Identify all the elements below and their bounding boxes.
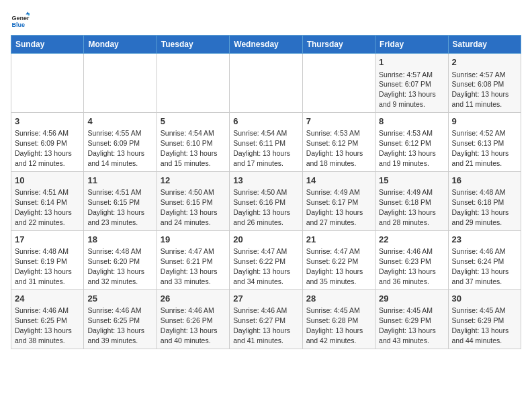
days-header-row: SundayMondayTuesdayWednesdayThursdayFrid… [11, 36, 521, 54]
day-info: Sunrise: 4:45 AMSunset: 6:29 PMDaylight:… [379, 306, 436, 345]
svg-text:Blue: Blue [11, 21, 25, 28]
day-number: 10 [15, 175, 80, 187]
calendar-cell: 26Sunrise: 4:46 AMSunset: 6:26 PMDayligh… [157, 289, 229, 349]
day-info: Sunrise: 4:53 AMSunset: 6:12 PMDaylight:… [379, 129, 436, 167]
header: General Blue [11, 11, 521, 30]
calendar-cell: 28Sunrise: 4:45 AMSunset: 6:28 PMDayligh… [302, 289, 375, 349]
day-header-tuesday: Tuesday [157, 36, 229, 54]
day-info: Sunrise: 4:46 AMSunset: 6:23 PMDaylight:… [379, 247, 436, 285]
day-info: Sunrise: 4:47 AMSunset: 6:22 PMDaylight:… [233, 247, 290, 285]
day-info: Sunrise: 4:49 AMSunset: 6:18 PMDaylight:… [379, 188, 436, 226]
day-number: 18 [87, 234, 152, 246]
day-number: 19 [161, 234, 226, 246]
week-row-5: 24Sunrise: 4:46 AMSunset: 6:25 PMDayligh… [11, 289, 521, 349]
day-header-sunday: Sunday [11, 36, 84, 54]
calendar-cell: 8Sunrise: 4:53 AMSunset: 6:12 PMDaylight… [375, 112, 448, 171]
day-info: Sunrise: 4:52 AMSunset: 6:13 PMDaylight:… [452, 129, 509, 167]
day-number: 11 [87, 175, 152, 187]
calendar-cell: 20Sunrise: 4:47 AMSunset: 6:22 PMDayligh… [230, 230, 302, 289]
day-info: Sunrise: 4:54 AMSunset: 6:11 PMDaylight:… [233, 129, 290, 167]
calendar-cell: 27Sunrise: 4:46 AMSunset: 6:27 PMDayligh… [230, 289, 302, 349]
day-info: Sunrise: 4:48 AMSunset: 6:19 PMDaylight:… [15, 247, 72, 285]
day-header-thursday: Thursday [302, 36, 375, 54]
day-info: Sunrise: 4:57 AMSunset: 6:07 PMDaylight:… [379, 71, 436, 109]
day-number: 13 [233, 175, 298, 187]
day-info: Sunrise: 4:46 AMSunset: 6:25 PMDaylight:… [87, 306, 144, 345]
calendar-cell: 11Sunrise: 4:51 AMSunset: 6:15 PMDayligh… [84, 171, 157, 230]
calendar-cell: 15Sunrise: 4:49 AMSunset: 6:18 PMDayligh… [375, 171, 448, 230]
calendar-cell [157, 54, 229, 113]
day-info: Sunrise: 4:45 AMSunset: 6:29 PMDaylight:… [452, 306, 509, 345]
calendar-cell [230, 54, 302, 113]
day-number: 4 [87, 116, 152, 128]
day-header-monday: Monday [84, 36, 157, 54]
day-number: 14 [306, 175, 371, 187]
day-info: Sunrise: 4:56 AMSunset: 6:09 PMDaylight:… [15, 129, 72, 167]
day-number: 7 [306, 116, 371, 128]
calendar-cell [11, 54, 84, 113]
svg-text:General: General [11, 15, 30, 21]
day-number: 24 [15, 293, 80, 305]
calendar-cell: 16Sunrise: 4:48 AMSunset: 6:18 PMDayligh… [448, 171, 521, 230]
week-row-3: 10Sunrise: 4:51 AMSunset: 6:14 PMDayligh… [11, 171, 521, 230]
day-info: Sunrise: 4:48 AMSunset: 6:18 PMDaylight:… [452, 188, 509, 226]
day-info: Sunrise: 4:55 AMSunset: 6:09 PMDaylight:… [87, 129, 144, 167]
day-info: Sunrise: 4:46 AMSunset: 6:27 PMDaylight:… [233, 306, 290, 345]
calendar-cell: 5Sunrise: 4:54 AMSunset: 6:10 PMDaylight… [157, 112, 229, 171]
day-info: Sunrise: 4:53 AMSunset: 6:12 PMDaylight:… [306, 129, 363, 167]
day-info: Sunrise: 4:47 AMSunset: 6:22 PMDaylight:… [306, 247, 363, 285]
day-number: 1 [379, 56, 444, 68]
day-number: 12 [161, 175, 226, 187]
calendar-cell: 6Sunrise: 4:54 AMSunset: 6:11 PMDaylight… [230, 112, 302, 171]
calendar-cell: 17Sunrise: 4:48 AMSunset: 6:19 PMDayligh… [11, 230, 84, 289]
logo: General Blue [11, 11, 32, 30]
day-info: Sunrise: 4:46 AMSunset: 6:24 PMDaylight:… [452, 247, 509, 285]
calendar-cell: 2Sunrise: 4:57 AMSunset: 6:08 PMDaylight… [448, 54, 521, 113]
day-info: Sunrise: 4:50 AMSunset: 6:15 PMDaylight:… [161, 188, 218, 226]
calendar-cell: 13Sunrise: 4:50 AMSunset: 6:16 PMDayligh… [230, 171, 302, 230]
day-info: Sunrise: 4:45 AMSunset: 6:28 PMDaylight:… [306, 306, 363, 345]
day-number: 6 [233, 116, 298, 128]
day-number: 21 [306, 234, 371, 246]
day-info: Sunrise: 4:47 AMSunset: 6:21 PMDaylight:… [161, 247, 218, 285]
calendar-cell: 29Sunrise: 4:45 AMSunset: 6:29 PMDayligh… [375, 289, 448, 349]
calendar-cell [302, 54, 375, 113]
day-number: 15 [379, 175, 444, 187]
calendar-table: SundayMondayTuesdayWednesdayThursdayFrid… [11, 35, 521, 349]
day-number: 5 [161, 116, 226, 128]
day-header-saturday: Saturday [448, 36, 521, 54]
day-number: 3 [15, 116, 80, 128]
calendar-cell: 22Sunrise: 4:46 AMSunset: 6:23 PMDayligh… [375, 230, 448, 289]
calendar-cell: 14Sunrise: 4:49 AMSunset: 6:17 PMDayligh… [302, 171, 375, 230]
calendar-cell [84, 54, 157, 113]
day-number: 20 [233, 234, 298, 246]
day-info: Sunrise: 4:46 AMSunset: 6:26 PMDaylight:… [161, 306, 218, 345]
day-info: Sunrise: 4:57 AMSunset: 6:08 PMDaylight:… [452, 71, 509, 109]
day-info: Sunrise: 4:51 AMSunset: 6:15 PMDaylight:… [87, 188, 144, 226]
day-number: 8 [379, 116, 444, 128]
calendar-cell: 21Sunrise: 4:47 AMSunset: 6:22 PMDayligh… [302, 230, 375, 289]
calendar-cell: 3Sunrise: 4:56 AMSunset: 6:09 PMDaylight… [11, 112, 84, 171]
calendar-cell: 10Sunrise: 4:51 AMSunset: 6:14 PMDayligh… [11, 171, 84, 230]
calendar-cell: 12Sunrise: 4:50 AMSunset: 6:15 PMDayligh… [157, 171, 229, 230]
week-row-2: 3Sunrise: 4:56 AMSunset: 6:09 PMDaylight… [11, 112, 521, 171]
day-number: 25 [87, 293, 152, 305]
day-number: 23 [452, 234, 517, 246]
calendar-cell: 18Sunrise: 4:48 AMSunset: 6:20 PMDayligh… [84, 230, 157, 289]
day-number: 22 [379, 234, 444, 246]
day-number: 9 [452, 116, 517, 128]
day-number: 16 [452, 175, 517, 187]
calendar-cell: 24Sunrise: 4:46 AMSunset: 6:25 PMDayligh… [11, 289, 84, 349]
day-info: Sunrise: 4:46 AMSunset: 6:25 PMDaylight:… [15, 306, 72, 345]
day-number: 2 [452, 56, 517, 68]
week-row-4: 17Sunrise: 4:48 AMSunset: 6:19 PMDayligh… [11, 230, 521, 289]
day-number: 27 [233, 293, 298, 305]
day-info: Sunrise: 4:50 AMSunset: 6:16 PMDaylight:… [233, 188, 290, 226]
day-info: Sunrise: 4:54 AMSunset: 6:10 PMDaylight:… [161, 129, 218, 167]
calendar-cell: 7Sunrise: 4:53 AMSunset: 6:12 PMDaylight… [302, 112, 375, 171]
calendar-cell: 4Sunrise: 4:55 AMSunset: 6:09 PMDaylight… [84, 112, 157, 171]
day-header-wednesday: Wednesday [230, 36, 302, 54]
calendar-cell: 23Sunrise: 4:46 AMSunset: 6:24 PMDayligh… [448, 230, 521, 289]
logo-icon: General Blue [11, 11, 30, 30]
day-number: 26 [161, 293, 226, 305]
